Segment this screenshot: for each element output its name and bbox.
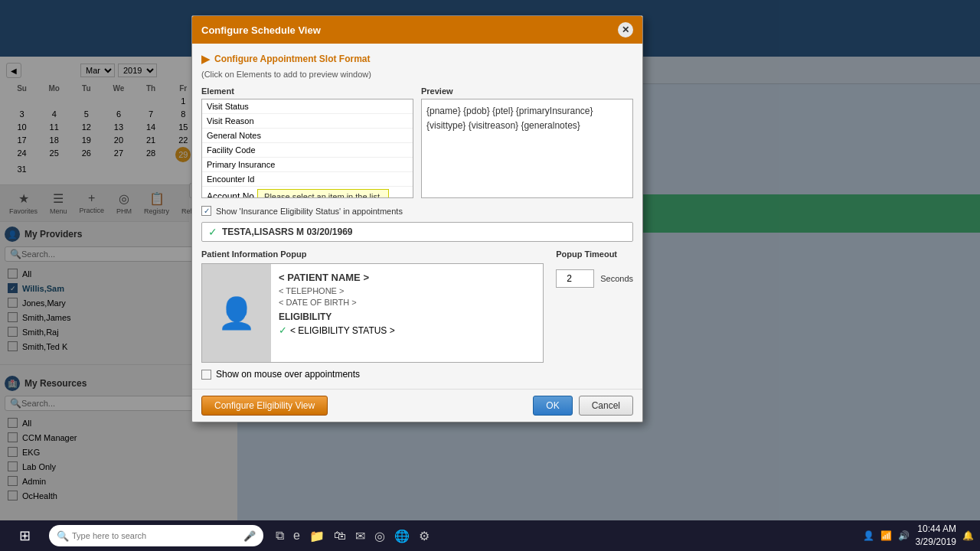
- taskbar-time-display: 10:44 AM: [916, 523, 956, 536]
- settings-icon[interactable]: ⚙: [419, 529, 430, 543]
- patient-eligibility-section: ELIGIBILITY ✓ < ELIGIBILITY STATUS >: [279, 311, 535, 336]
- dialog-columns: Element Visit Status Visit Reason Genera…: [201, 86, 633, 198]
- eligibility-check-icon: ✓: [208, 226, 217, 238]
- elig-title: ELIGIBILITY: [279, 311, 535, 322]
- tooltip: Please select an item in the list.: [257, 189, 389, 198]
- preview-line2: {visittype} {visitreason} {generalnotes}: [426, 119, 628, 133]
- explorer-icon[interactable]: 📁: [309, 529, 325, 543]
- element-facility-code[interactable]: Facility Code: [202, 143, 413, 158]
- patient-popup-section: Patient Information Popup 👤 < PATIENT NA…: [201, 249, 544, 363]
- preview-line1: {pname} {pdob} {ptel} {primaryInsurance}: [426, 104, 628, 119]
- dialog-body: ▶ Configure Appointment Slot Format (Cli…: [192, 44, 642, 389]
- element-label: Element: [201, 86, 413, 96]
- patient-popup-card: 👤 < PATIENT NAME > < TELEPHONE > < DATE …: [201, 263, 544, 363]
- microphone-icon: 🎤: [243, 530, 256, 542]
- dialog-title-bar: Configure Schedule View ✕: [192, 16, 642, 44]
- taskbar-search-icon: 🔍: [57, 530, 69, 542]
- network-icon: 📶: [880, 530, 892, 541]
- taskbar-search-input[interactable]: [72, 531, 243, 540]
- element-account-no-row: Account No Please select an item in the …: [202, 187, 413, 198]
- element-column: Element Visit Status Visit Reason Genera…: [201, 86, 413, 198]
- hover-checkbox[interactable]: [201, 370, 211, 380]
- element-account-no[interactable]: Account No: [207, 191, 254, 198]
- eligibility-patient-name: TESTA,LISASRS M 03/20/1969: [222, 227, 353, 237]
- taskbar-clock: 10:44 AM 3/29/2019: [916, 523, 956, 549]
- preview-column: Preview {pname} {pdob} {ptel} {primaryIn…: [421, 86, 633, 198]
- hover-label: Show on mouse over appointments: [216, 369, 360, 380]
- mail-icon[interactable]: ✉: [355, 529, 365, 543]
- eligibility-label: Show 'Insurance Eligibility Status' in a…: [216, 207, 403, 216]
- taskbar-date-display: 3/29/2019: [916, 536, 956, 549]
- start-button[interactable]: ⊞: [6, 520, 43, 551]
- preview-label: Preview: [421, 86, 633, 96]
- element-visit-status[interactable]: Visit Status: [202, 99, 413, 114]
- taskbar-icons: ⧉ e 📁 🛍 ✉ ◎ 🌐 ⚙: [276, 529, 430, 543]
- store-icon[interactable]: 🛍: [334, 529, 346, 543]
- dialog-footer: Configure Eligibility View OK Cancel: [192, 389, 642, 422]
- elig-status-text: < ELIGIBILITY STATUS >: [290, 325, 395, 336]
- patient-telephone: < TELEPHONE >: [279, 286, 535, 295]
- taskbar-right: 👤 📶 🔊 10:44 AM 3/29/2019 🔔: [863, 523, 974, 549]
- edge-icon[interactable]: e: [293, 529, 300, 543]
- configure-schedule-dialog: Configure Schedule View ✕ ▶ Configure Ap…: [191, 15, 643, 422]
- configure-eligibility-button[interactable]: Configure Eligibility View: [201, 396, 328, 416]
- dialog-action-buttons: OK Cancel: [533, 396, 633, 416]
- task-view-icon[interactable]: ⧉: [276, 529, 284, 543]
- ok-button[interactable]: OK: [533, 396, 572, 416]
- subtitle-icon: ▶: [201, 53, 210, 65]
- dialog-close-button[interactable]: ✕: [618, 22, 633, 37]
- system-tray-icon: 👤: [863, 530, 874, 541]
- notification-icon[interactable]: 🔔: [962, 530, 974, 541]
- dialog-subtitle: ▶ Configure Appointment Slot Format: [201, 53, 633, 65]
- eligibility-patient-row: ✓ TESTA,LISASRS M 03/20/1969: [201, 222, 633, 242]
- element-list-container: Visit Status Visit Reason General Notes …: [201, 99, 413, 198]
- elig-check-icon: ✓: [279, 324, 287, 336]
- eligibility-checkbox[interactable]: [201, 206, 211, 216]
- timeout-row: Seconds: [556, 269, 633, 288]
- volume-icon: 🔊: [898, 530, 910, 541]
- element-encounter-id[interactable]: Encounter Id: [202, 172, 413, 187]
- popup-timeout-section: Popup Timeout Seconds: [556, 249, 633, 288]
- patient-popup-title: Patient Information Popup: [201, 249, 544, 259]
- tooltip-container: Please select an item in the list.: [257, 189, 389, 198]
- popup-section: Patient Information Popup 👤 < PATIENT NA…: [201, 249, 633, 363]
- taskbar: ⊞ 🔍 🎤 ⧉ e 📁 🛍 ✉ ◎ 🌐 ⚙ 👤 📶 🔊 10:44 AM 3/2…: [0, 520, 980, 551]
- element-primary-insurance[interactable]: Primary Insurance: [202, 158, 413, 172]
- eligibility-row: Show 'Insurance Eligibility Status' in a…: [201, 206, 633, 216]
- seconds-label: Seconds: [600, 274, 633, 283]
- timeout-input[interactable]: [556, 269, 594, 288]
- ie-icon[interactable]: 🌐: [394, 529, 410, 543]
- cancel-button[interactable]: Cancel: [579, 396, 633, 416]
- patient-dob: < DATE OF BIRTH >: [279, 298, 535, 307]
- hover-row: Show on mouse over appointments: [201, 369, 633, 380]
- patient-name: < PATIENT NAME >: [279, 272, 535, 283]
- elig-status-row: ✓ < ELIGIBILITY STATUS >: [279, 324, 535, 336]
- dialog-hint: (Click on Elements to add to preview win…: [201, 70, 633, 79]
- patient-photo: 👤: [202, 264, 271, 362]
- element-list: Visit Status Visit Reason General Notes …: [202, 99, 413, 198]
- patient-info: < PATIENT NAME > < TELEPHONE > < DATE OF…: [271, 264, 543, 362]
- popup-timeout-label: Popup Timeout: [556, 249, 633, 259]
- patient-avatar-icon: 👤: [217, 295, 256, 331]
- dialog-title: Configure Schedule View: [201, 24, 321, 36]
- chrome-icon[interactable]: ◎: [374, 529, 385, 543]
- taskbar-search: 🔍 🎤: [49, 525, 263, 546]
- preview-box: {pname} {pdob} {ptel} {primaryInsurance}…: [421, 99, 633, 198]
- element-visit-reason[interactable]: Visit Reason: [202, 114, 413, 129]
- element-general-notes[interactable]: General Notes: [202, 129, 413, 143]
- dialog-subtitle-text: Configure Appointment Slot Format: [214, 54, 371, 64]
